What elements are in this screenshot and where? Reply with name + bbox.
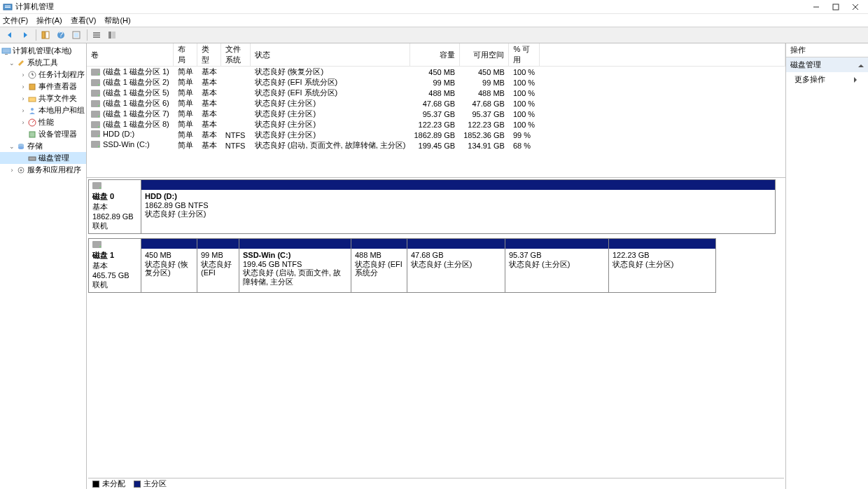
svg-point-34 <box>20 169 22 171</box>
cell-free: 95.37 GB <box>459 109 509 119</box>
tree-device-manager[interactable]: › 设备管理器 <box>0 128 86 140</box>
cell-fs <box>221 98 251 109</box>
legend-swatch-blue <box>134 481 141 488</box>
tree-root[interactable]: 计算机管理(本地) <box>0 45 86 57</box>
tree-task-scheduler[interactable]: › 任务计划程序 <box>0 69 86 81</box>
folder-icon <box>27 94 37 104</box>
maximize-button[interactable] <box>826 1 846 13</box>
col-type[interactable]: 类型 <box>197 43 221 67</box>
menu-action[interactable]: 操作(A) <box>36 15 62 26</box>
partition-size: 450 MB <box>145 251 193 260</box>
tree-storage[interactable]: ⌄ 存储 <box>0 140 86 152</box>
app-icon <box>3 2 13 12</box>
volume-table[interactable]: 卷 布局 类型 文件系统 状态 容量 可用空间 % 可用 (磁盘 1 磁盘分区 … <box>87 43 785 178</box>
cell-pct: 100 % <box>509 67 539 78</box>
partition[interactable]: 122.23 GB状态良好 (主分区) <box>609 238 716 293</box>
expand-icon[interactable]: › <box>20 95 27 102</box>
close-button[interactable] <box>846 1 865 13</box>
cell-free: 488 MB <box>459 88 509 98</box>
collapse-icon[interactable]: ⌄ <box>8 143 15 150</box>
menu-help[interactable]: 帮助(H) <box>104 15 130 26</box>
refresh-button[interactable] <box>69 28 83 42</box>
col-layout[interactable]: 布局 <box>174 43 197 67</box>
cell-pct: 68 % <box>509 140 539 151</box>
drive-icon <box>91 90 100 97</box>
tree-shared-folders[interactable]: › 共享文件夹 <box>0 92 86 104</box>
cell-fs <box>221 77 251 88</box>
help-button[interactable]: ? <box>54 28 68 42</box>
table-row[interactable]: (磁盘 1 磁盘分区 5)简单基本状态良好 (EFI 系统分区)488 MB48… <box>87 88 785 98</box>
tree-disk-management[interactable]: › 磁盘管理 <box>0 152 86 164</box>
actions-group[interactable]: 磁盘管理 <box>786 57 868 72</box>
partition[interactable]: 450 MB状态良好 (恢复分区) <box>141 238 197 293</box>
partition[interactable]: 99 MB状态良好 (EFI <box>197 238 239 293</box>
tree-services[interactable]: › 服务和应用程序 <box>0 164 86 176</box>
tree-performance[interactable]: › 性能 <box>0 116 86 128</box>
legend-unallocated: 未分配 <box>92 478 125 489</box>
cell-fs <box>221 119 251 130</box>
volume-name: (磁盘 1 磁盘分区 6) <box>103 98 169 109</box>
disk-name: 磁盘 1 <box>92 250 137 261</box>
svg-rect-23 <box>29 84 35 90</box>
col-fs[interactable]: 文件系统 <box>221 43 251 67</box>
expand-icon[interactable]: › <box>8 167 15 174</box>
partition[interactable]: HDD (D:)1862.89 GB NTFS状态良好 (主分区) <box>141 179 776 234</box>
table-row[interactable]: (磁盘 1 磁盘分区 2)简单基本状态良好 (EFI 系统分区)99 MB99 … <box>87 77 785 88</box>
window-controls <box>806 1 865 13</box>
partition[interactable]: SSD-Win (C:)199.45 GB NTFS状态良好 (启动, 页面文件… <box>239 238 351 293</box>
forward-button[interactable] <box>18 28 32 42</box>
main-content: 计算机管理(本地) ⌄ 系统工具 › 任务计划程序 › 事件查看器 › 共享文件… <box>0 43 868 489</box>
tree-event-viewer[interactable]: › 事件查看器 <box>0 81 86 92</box>
expand-icon[interactable]: › <box>20 71 27 78</box>
cell-type: 基本 <box>197 119 221 130</box>
col-capacity[interactable]: 容量 <box>410 43 459 67</box>
col-volume[interactable]: 卷 <box>87 43 174 67</box>
toolbar-sep-2 <box>87 29 88 41</box>
collapse-icon[interactable]: ⌄ <box>8 60 15 67</box>
expand-icon[interactable]: › <box>20 107 27 114</box>
partition-size: 199.45 GB NTFS <box>243 260 347 269</box>
col-pct[interactable]: % 可用 <box>509 43 539 67</box>
partition-size: 488 MB <box>355 251 403 260</box>
tree-local-users[interactable]: › 本地用户和组 <box>0 104 86 116</box>
disk-info[interactable]: 磁盘 1基本465.75 GB联机 <box>88 238 141 293</box>
table-row[interactable]: SSD-Win (C:)简单基本NTFS状态良好 (启动, 页面文件, 故障转储… <box>87 140 785 151</box>
tree-root-label: 计算机管理(本地) <box>13 46 71 56</box>
table-row[interactable]: (磁盘 1 磁盘分区 6)简单基本状态良好 (主分区)47.68 GB47.68… <box>87 98 785 109</box>
list-view-button[interactable] <box>90 28 104 42</box>
menu-file[interactable]: 文件(F) <box>3 15 28 26</box>
disk-row: 磁盘 1基本465.75 GB联机450 MB状态良好 (恢复分区)99 MB状… <box>88 238 784 293</box>
svg-rect-13 <box>93 32 100 34</box>
table-row[interactable]: (磁盘 1 磁盘分区 7)简单基本状态良好 (主分区)95.37 GB95.37… <box>87 109 785 119</box>
table-row[interactable]: (磁盘 1 磁盘分区 1)简单基本状态良好 (恢复分区)450 MB450 MB… <box>87 67 785 78</box>
actions-more[interactable]: 更多操作 <box>786 72 868 87</box>
menu-view[interactable]: 查看(V) <box>71 15 97 26</box>
detail-view-button[interactable] <box>105 28 119 42</box>
minimize-button[interactable] <box>806 1 826 13</box>
back-button[interactable] <box>3 28 17 42</box>
table-header-row: 卷 布局 类型 文件系统 状态 容量 可用空间 % 可用 <box>87 43 785 67</box>
tree-system-tools[interactable]: ⌄ 系统工具 <box>0 57 86 69</box>
cell-pct: 100 % <box>509 109 539 119</box>
expand-icon[interactable]: › <box>20 119 27 126</box>
titlebar: 计算机管理 <box>0 0 868 14</box>
tree-toggle-button[interactable] <box>38 28 52 42</box>
partition[interactable]: 95.37 GB状态良好 (主分区) <box>505 238 609 293</box>
cell-type: 基本 <box>197 98 221 109</box>
services-icon <box>16 165 26 175</box>
expand-icon[interactable]: › <box>20 83 27 90</box>
partition-body: 122.23 GB状态良好 (主分区) <box>609 249 715 292</box>
disk-info[interactable]: 磁盘 0基本1862.89 GB联机 <box>88 179 141 234</box>
col-free[interactable]: 可用空间 <box>459 43 509 67</box>
partition[interactable]: 488 MB状态良好 (EFI 系统分 <box>351 238 407 293</box>
disk-status: 联机 <box>92 221 137 231</box>
navigation-tree[interactable]: 计算机管理(本地) ⌄ 系统工具 › 任务计划程序 › 事件查看器 › 共享文件… <box>0 43 87 489</box>
partition[interactable]: 47.68 GB状态良好 (主分区) <box>407 238 505 293</box>
graphical-view[interactable]: 磁盘 0基本1862.89 GB联机HDD (D:)1862.89 GB NTF… <box>87 178 785 489</box>
cell-fs: NTFS <box>221 140 251 151</box>
table-row[interactable]: HDD (D:)简单基本NTFS状态良好 (主分区)1862.89 GB1852… <box>87 130 785 140</box>
col-status[interactable]: 状态 <box>251 43 410 67</box>
tools-icon <box>16 58 26 68</box>
actions-more-label: 更多操作 <box>794 74 825 85</box>
table-row[interactable]: (磁盘 1 磁盘分区 8)简单基本状态良好 (主分区)122.23 GB122.… <box>87 119 785 130</box>
